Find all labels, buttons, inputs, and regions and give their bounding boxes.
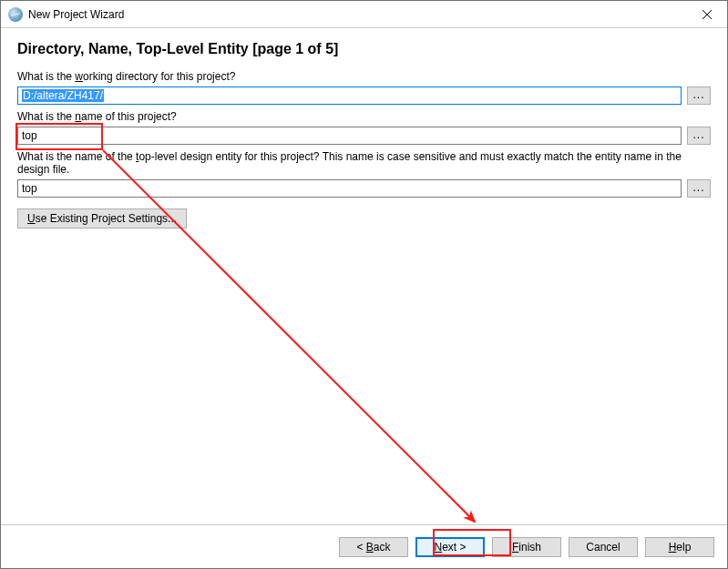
help-button[interactable]: Help — [645, 537, 714, 557]
label-text: se Existing Project Settings... — [36, 212, 177, 225]
top-entity-label: What is the name of the top-level design… — [17, 150, 711, 176]
selected-text: D:/altera/ZH417/ — [22, 89, 104, 102]
content-area: Directory, Name, Top-Level Entity [page … — [1, 28, 727, 524]
label-text: ame of this project? — [81, 110, 177, 123]
label-text: What is the — [17, 110, 75, 123]
label-text: ack — [374, 541, 391, 554]
label-text: < — [356, 541, 365, 554]
browse-top-entity-button[interactable]: ... — [687, 179, 711, 198]
label-text: ext > — [442, 541, 466, 554]
finish-button[interactable]: Finish — [492, 537, 561, 557]
label-text: inish — [518, 541, 541, 554]
top-entity-input[interactable]: top — [17, 179, 682, 198]
use-existing-settings-button[interactable]: Use Existing Project Settings... — [17, 208, 187, 229]
project-name-label: What is the name of this project? — [17, 110, 711, 123]
next-button[interactable]: Next > — [415, 537, 485, 557]
page-title: Directory, Name, Top-Level Entity [page … — [17, 41, 711, 57]
label-mnemonic: w — [75, 70, 83, 83]
titlebar: New Project Wizard — [1, 1, 727, 28]
working-dir-input[interactable]: D:/altera/ZH417/ — [17, 86, 682, 105]
label-text: What is the — [17, 70, 75, 83]
window-title: New Project Wizard — [28, 8, 686, 21]
back-button[interactable]: < Back — [339, 537, 408, 557]
label-text: What is the name of the — [17, 150, 136, 163]
browse-project-name-button[interactable]: ... — [687, 127, 711, 145]
close-icon — [702, 10, 712, 19]
cancel-button[interactable]: Cancel — [569, 537, 638, 557]
label-text: orking directory for this project? — [83, 70, 235, 83]
label-mnemonic: N — [434, 541, 442, 554]
label-mnemonic: B — [366, 541, 374, 554]
browse-working-dir-button[interactable]: ... — [687, 86, 711, 105]
project-name-input[interactable]: top — [17, 127, 682, 145]
working-dir-label: What is the working directory for this p… — [17, 70, 711, 83]
label-mnemonic: U — [27, 212, 36, 225]
button-bar: < Back Next > Finish Cancel Help — [1, 524, 727, 568]
label-text: elp — [676, 541, 691, 554]
app-globe-icon — [8, 7, 23, 22]
close-button[interactable] — [686, 1, 727, 27]
wizard-window: New Project Wizard Directory, Name, Top-… — [0, 0, 728, 569]
